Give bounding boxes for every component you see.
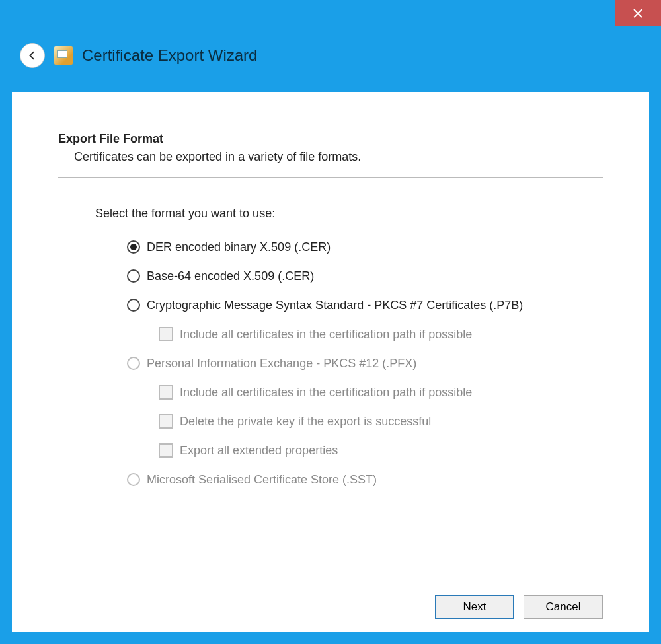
check-pfx-include-path: Include all certificates in the certific… (159, 379, 603, 406)
radio-icon (127, 269, 140, 283)
radio-pfx: Personal Information Exchange - PKCS #12… (127, 350, 603, 376)
back-button[interactable] (20, 43, 45, 68)
radio-pkcs7-label: Cryptographic Message Syntax Standard - … (147, 299, 523, 312)
cancel-button[interactable]: Cancel (524, 595, 603, 619)
divider (58, 177, 603, 178)
radio-sst-label: Microsoft Serialised Certificate Store (… (147, 473, 377, 487)
check-pfx-export-ext-label: Export all extended properties (180, 444, 338, 458)
radio-icon (127, 299, 140, 312)
header-row: Certificate Export Wizard (0, 33, 661, 85)
check-pkcs7-include-path: Include all certificates in the certific… (159, 321, 603, 347)
button-bar: Next Cancel (58, 583, 603, 619)
section-description: Certificates can be exported in a variet… (74, 150, 603, 164)
format-prompt: Select the format you want to use: (95, 207, 603, 221)
checkbox-icon (159, 443, 173, 458)
radio-der-label: DER encoded binary X.509 (.CER) (147, 240, 330, 254)
radio-sst: Microsoft Serialised Certificate Store (… (127, 466, 603, 493)
check-pfx-include-path-label: Include all certificates in the certific… (180, 386, 472, 400)
check-pfx-delete-key: Delete the private key if the export is … (159, 408, 603, 435)
back-arrow-icon (26, 50, 38, 61)
checkbox-icon (159, 385, 173, 400)
wizard-window: Certificate Export Wizard Export File Fo… (0, 0, 661, 644)
close-button[interactable] (615, 0, 661, 26)
radio-icon (127, 473, 140, 486)
radio-icon (127, 357, 140, 370)
wizard-title: Certificate Export Wizard (82, 46, 257, 65)
close-icon (633, 8, 643, 18)
radio-base64-label: Base-64 encoded X.509 (.CER) (147, 269, 314, 283)
checkbox-icon (159, 414, 173, 429)
titlebar (0, 0, 661, 33)
check-pkcs7-include-path-label: Include all certificates in the certific… (180, 328, 472, 341)
section-title: Export File Format (58, 132, 603, 146)
format-options: DER encoded binary X.509 (.CER) Base-64 … (127, 234, 603, 493)
check-pfx-export-ext: Export all extended properties (159, 437, 603, 464)
radio-base64[interactable]: Base-64 encoded X.509 (.CER) (127, 263, 603, 289)
certificate-wizard-icon (54, 46, 73, 65)
checkbox-icon (159, 327, 173, 341)
check-pfx-delete-key-label: Delete the private key if the export is … (180, 415, 431, 429)
radio-der[interactable]: DER encoded binary X.509 (.CER) (127, 234, 603, 260)
radio-pfx-label: Personal Information Exchange - PKCS #12… (147, 357, 416, 371)
radio-pkcs7[interactable]: Cryptographic Message Syntax Standard - … (127, 292, 603, 318)
radio-icon (127, 240, 140, 254)
next-button[interactable]: Next (435, 595, 514, 619)
content-pane: Export File Format Certificates can be e… (12, 92, 649, 632)
